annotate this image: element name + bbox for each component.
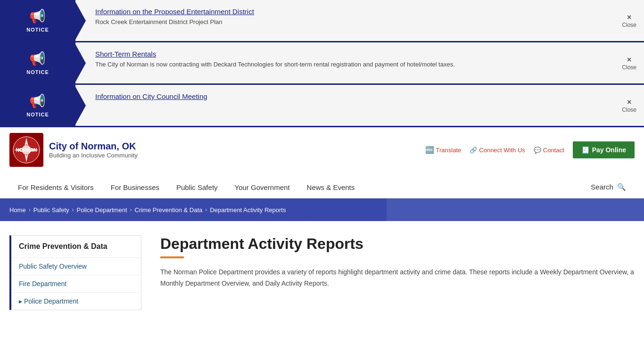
site-header: NORMAN City of Norman, OK Building an In…: [0, 127, 644, 198]
connect-label: Connect With Us: [479, 147, 525, 154]
title-underline: [160, 256, 184, 258]
nav-item-public-safety[interactable]: Public Safety: [168, 177, 226, 198]
breadcrumb-sep-1: ›: [29, 206, 31, 213]
notice-close-1[interactable]: × Close: [614, 0, 644, 41]
sidebar-link-public-safety[interactable]: Public Safety Overview: [11, 257, 141, 275]
search-icon: 🔍: [617, 183, 626, 191]
nav-item-your-government[interactable]: Your Government: [226, 177, 298, 198]
nav-item-businesses[interactable]: For Businesses: [102, 177, 168, 198]
sidebar-link-police-dept[interactable]: Police Department: [11, 292, 141, 310]
sidebar-link-fire-dept[interactable]: Fire Department: [11, 275, 141, 292]
notice-title-3[interactable]: Information on City Council Meeting: [95, 92, 207, 100]
close-icon-3: ×: [627, 98, 631, 107]
pay-online-icon: 🧾: [581, 146, 589, 154]
site-subtitle: Building an Inclusive Community: [49, 152, 138, 159]
main-nav: For Residents & Visitors For Businesses …: [9, 176, 635, 198]
breadcrumb-current: Department Activity Reports: [210, 206, 286, 214]
main-content: Crime Prevention & Data Public Safety Ov…: [0, 221, 644, 324]
header-top: NORMAN City of Norman, OK Building an In…: [9, 133, 635, 172]
breadcrumb-crime-prevention[interactable]: Crime Prevention & Data: [135, 206, 203, 214]
close-icon-2: ×: [627, 56, 631, 64]
notice-body-2: The City of Norman is now contracting wi…: [95, 61, 605, 68]
site-title: City of Norman, OK: [49, 141, 138, 152]
notice-icon-block-2: 📢 NOTICE: [0, 42, 75, 83]
notice-content-2: Short-Term Rentals The City of Norman is…: [86, 42, 614, 83]
connect-link[interactable]: 🔗 Connect With Us: [470, 147, 525, 154]
sidebar-section-title: Crime Prevention & Data: [9, 235, 141, 257]
megaphone-icon-2: 📢: [29, 51, 46, 66]
notice-content-1: Information on the Proposed Entertainmen…: [86, 0, 614, 41]
translate-icon: 🔤: [425, 146, 434, 154]
logo-area: NORMAN City of Norman, OK Building an In…: [9, 133, 138, 167]
breadcrumb-police-department[interactable]: Police Department: [77, 206, 127, 214]
notice-close-2[interactable]: × Close: [614, 42, 644, 83]
breadcrumb-home[interactable]: Home: [9, 206, 26, 214]
notice-label-3: NOTICE: [26, 112, 49, 117]
notice-icon-block-1: 📢 NOTICE: [0, 0, 75, 41]
notice-content-3: Information on City Council Meeting: [86, 85, 614, 126]
notice-icon-block-3: 📢 NOTICE: [0, 85, 75, 126]
contact-link[interactable]: 💬 Contact: [534, 147, 564, 154]
breadcrumb-public-safety[interactable]: Public Safety: [33, 206, 69, 214]
content-area: Department Activity Reports The Norman P…: [160, 235, 635, 310]
sidebar: Crime Prevention & Data Public Safety Ov…: [9, 235, 141, 310]
notice-label-1: NOTICE: [26, 27, 49, 33]
close-icon-1: ×: [627, 13, 631, 22]
search-nav[interactable]: Search 🔍: [582, 176, 635, 198]
content-text: The Norman Police Department provides a …: [160, 267, 635, 289]
search-label: Search: [591, 183, 613, 191]
notice-banner-1: 📢 NOTICE Information on the Proposed Ent…: [0, 0, 644, 42]
nav-item-residents[interactable]: For Residents & Visitors: [9, 177, 102, 198]
page-title: Department Activity Reports: [160, 235, 635, 253]
breadcrumb-sep-3: ›: [130, 206, 132, 213]
nav-item-news-events[interactable]: News & Events: [298, 177, 363, 198]
connect-icon: 🔗: [470, 147, 477, 154]
notice-title-1[interactable]: Information on the Proposed Entertainmen…: [95, 8, 254, 16]
notice-body-1: Rock Creek Entertainment District Projec…: [95, 18, 605, 25]
sidebar-nav: Public Safety Overview Fire Department P…: [9, 257, 141, 310]
notice-arrow-2: [75, 44, 86, 82]
megaphone-icon-3: 📢: [29, 93, 46, 109]
city-logo: NORMAN: [9, 133, 43, 167]
notice-banner-2: 📢 NOTICE Short-Term Rentals The City of …: [0, 42, 644, 85]
site-title-block: City of Norman, OK Building an Inclusive…: [49, 141, 138, 159]
notice-banner-3: 📢 NOTICE Information on City Council Mee…: [0, 85, 644, 127]
breadcrumb-sep-2: ›: [72, 206, 74, 213]
pay-online-label: Pay Online: [592, 146, 626, 154]
notice-arrow-3: [75, 87, 86, 124]
close-label-1: Close: [622, 22, 636, 28]
breadcrumb-sep-4: ›: [205, 206, 207, 213]
translate-label: Translate: [436, 147, 462, 154]
contact-label: Contact: [543, 147, 564, 154]
breadcrumb: Home › Public Safety › Police Department…: [0, 198, 644, 221]
header-actions: 🔤 Translate 🔗 Connect With Us 💬 Contact …: [425, 141, 635, 158]
megaphone-icon-1: 📢: [29, 8, 46, 24]
notice-close-3[interactable]: × Close: [614, 85, 644, 126]
notice-arrow-1: [75, 2, 86, 40]
translate-link[interactable]: 🔤 Translate: [425, 146, 462, 154]
notice-title-2[interactable]: Short-Term Rentals: [95, 50, 156, 58]
close-label-3: Close: [622, 107, 636, 113]
contact-icon: 💬: [534, 147, 541, 154]
svg-text:NORMAN: NORMAN: [16, 148, 37, 153]
close-label-2: Close: [622, 64, 636, 71]
pay-online-button[interactable]: 🧾 Pay Online: [573, 141, 635, 158]
notice-label-2: NOTICE: [26, 69, 49, 75]
